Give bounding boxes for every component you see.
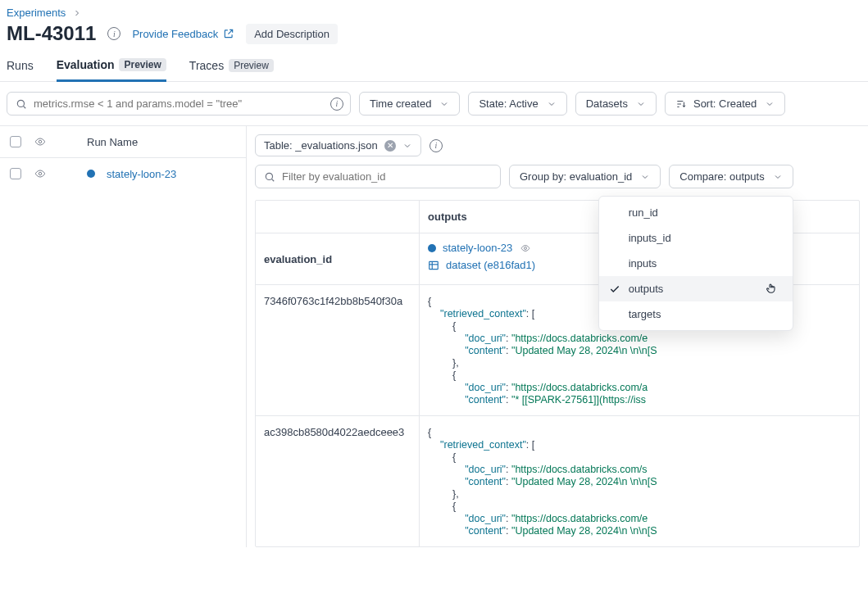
run-row[interactable]: stately-loon-23: [0, 158, 246, 189]
svg-point-5: [39, 140, 42, 143]
svg-point-6: [39, 172, 42, 175]
breadcrumb: Experiments: [7, 7, 861, 19]
visibility-toggle-icon[interactable]: [33, 166, 48, 181]
output-json-cell: { "retrieved_context": [ { "doc_uri": "h…: [428, 426, 851, 537]
sort-filter[interactable]: Sort: Created: [665, 92, 785, 116]
external-link-icon: [223, 28, 234, 39]
table-selector[interactable]: Table: _evaluations.json ✕: [255, 134, 421, 156]
run-link[interactable]: stately-loon-23: [107, 168, 176, 180]
sort-label: Sort: Created: [693, 97, 757, 110]
dataset-link[interactable]: dataset (e816fad1): [446, 259, 535, 271]
table-label: Table: _evaluations.json: [264, 139, 378, 152]
datasets-filter[interactable]: Datasets: [575, 92, 657, 116]
tabs: Runs Evaluation Preview Traces Preview: [0, 45, 868, 82]
group-by-label: Group by: evaluation_id: [520, 170, 632, 183]
svg-point-0: [17, 100, 24, 106]
breadcrumb-root[interactable]: Experiments: [7, 7, 66, 19]
dropdown-item-inputs[interactable]: inputs: [599, 251, 793, 276]
visibility-column-icon[interactable]: [33, 134, 48, 149]
chevron-down-icon: [636, 99, 646, 109]
search-input[interactable]: i: [7, 92, 351, 116]
datasets-label: Datasets: [586, 97, 628, 110]
dropdown-item-outputs[interactable]: outputs: [599, 276, 793, 301]
compare-dropdown: run_id inputs_id inputs outputs targets: [598, 196, 793, 331]
compare-selector[interactable]: Compare: outputs: [669, 165, 793, 188]
compare-label: Compare: outputs: [679, 170, 764, 183]
provide-feedback-label: Provide Feedback: [132, 28, 218, 40]
tab-evaluation[interactable]: Evaluation Preview: [57, 58, 166, 82]
dropdown-item-inputs-id[interactable]: inputs_id: [599, 225, 793, 251]
filter-eval-field[interactable]: [282, 170, 492, 183]
chevron-right-icon: [72, 8, 82, 18]
eye-icon[interactable]: [519, 243, 532, 253]
table-row: ac398cb8580d4022aedceee3 { "retrieved_co…: [256, 415, 859, 546]
search-icon: [16, 98, 27, 110]
cursor-pointer-icon: [765, 281, 778, 296]
preview-badge: Preview: [119, 58, 166, 71]
run-link[interactable]: stately-loon-23: [443, 242, 512, 254]
provide-feedback-link[interactable]: Provide Feedback: [132, 28, 234, 40]
chevron-down-icon: [765, 99, 775, 109]
dropdown-item-run-id[interactable]: run_id: [599, 200, 793, 225]
state-filter[interactable]: State: Active: [468, 92, 566, 116]
chevron-down-icon: [402, 141, 412, 151]
svg-line-8: [271, 179, 274, 181]
clear-table-icon[interactable]: ✕: [384, 140, 396, 152]
status-dot-icon: [428, 244, 436, 252]
check-icon: [609, 283, 620, 295]
search-field[interactable]: [34, 97, 342, 110]
svg-point-9: [525, 247, 527, 249]
chevron-down-icon: [773, 172, 783, 182]
dataset-icon: [428, 260, 439, 271]
search-icon: [264, 171, 275, 183]
add-description-button[interactable]: Add Description: [246, 24, 338, 44]
tab-traces[interactable]: Traces Preview: [189, 58, 274, 81]
svg-point-7: [266, 173, 272, 179]
run-name-header: Run Name: [87, 136, 138, 148]
dropdown-item-label: outputs: [629, 283, 664, 295]
info-icon[interactable]: i: [330, 97, 343, 111]
dropdown-item-targets[interactable]: targets: [599, 301, 793, 327]
time-created-label: Time created: [370, 97, 431, 110]
run-checkbox[interactable]: [10, 168, 21, 179]
state-label: State: Active: [479, 97, 538, 110]
svg-rect-10: [429, 261, 439, 269]
svg-line-1: [23, 106, 25, 108]
filter-eval-input[interactable]: [255, 165, 501, 188]
eval-id-cell: ac398cb8580d4022aedceee3: [256, 416, 420, 546]
chevron-down-icon: [439, 99, 449, 109]
select-all-checkbox[interactable]: [10, 136, 21, 147]
tab-traces-label: Traces: [189, 59, 224, 72]
tab-evaluation-label: Evaluation: [57, 58, 115, 71]
column-eval-id-header[interactable]: evaluation_id: [256, 233, 420, 284]
eval-id-cell: 7346f0763c1f42bb8b540f30a: [256, 285, 420, 415]
chevron-down-icon: [640, 172, 650, 182]
status-dot-icon: [87, 170, 95, 178]
chevron-down-icon: [547, 99, 557, 109]
page-title: ML-43011: [7, 22, 96, 45]
tab-runs[interactable]: Runs: [7, 58, 34, 81]
time-created-filter[interactable]: Time created: [359, 92, 460, 116]
info-icon[interactable]: i: [107, 27, 120, 40]
sort-icon: [675, 98, 687, 110]
info-icon[interactable]: i: [429, 139, 443, 152]
group-by-selector[interactable]: Group by: evaluation_id: [509, 165, 661, 188]
preview-badge: Preview: [229, 59, 274, 72]
